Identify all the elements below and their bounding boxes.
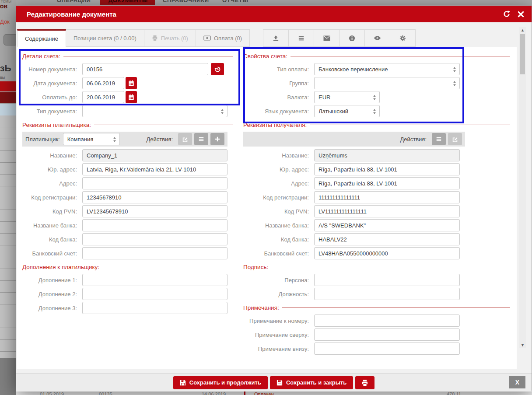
bk-selected-row bbox=[0, 104, 16, 116]
note-bottom-input[interactable] bbox=[314, 343, 460, 355]
payee-legal-address-input[interactable] bbox=[314, 163, 460, 175]
scrollbar-thumb[interactable] bbox=[520, 34, 525, 74]
payee-address-row: Адрес: bbox=[243, 177, 510, 189]
payee-actions-label: Действия: bbox=[400, 136, 427, 143]
section-heading-notes: Примечания: bbox=[243, 304, 510, 311]
field-label: Название: bbox=[243, 152, 314, 159]
icon-tab-strip bbox=[263, 29, 416, 47]
payee-bank-name-input[interactable] bbox=[314, 219, 460, 231]
payer-address-row: Адрес: bbox=[22, 177, 233, 189]
tab-print[interactable]: Печать (0) bbox=[144, 29, 196, 47]
payer-legal-address-input[interactable] bbox=[82, 163, 228, 175]
nav-references[interactable]: СПРАВОЧНИКИ bbox=[163, 0, 209, 3]
vertical-scrollbar[interactable]: ▲ ▼ bbox=[519, 27, 526, 348]
payee-vat-input[interactable] bbox=[314, 205, 460, 217]
bk-fragment: зЬ bbox=[0, 63, 11, 73]
field-label: Оплатить до: bbox=[22, 94, 82, 101]
envelope-icon[interactable] bbox=[314, 30, 339, 46]
payer-name-input[interactable] bbox=[82, 149, 228, 161]
payment-type-select[interactable]: Банковское перечисление bbox=[314, 63, 460, 75]
edit-icon bbox=[452, 136, 458, 142]
note-number-input[interactable] bbox=[314, 315, 460, 327]
payee-name-input[interactable] bbox=[314, 149, 460, 161]
field-label: Дополнение 3: bbox=[22, 305, 82, 311]
payee-reg-code-input[interactable] bbox=[314, 191, 460, 203]
payer-list-button[interactable] bbox=[194, 133, 208, 145]
menu-icon[interactable] bbox=[288, 30, 314, 46]
doc-number-input[interactable] bbox=[82, 63, 208, 75]
doc-type-row: Тип документа: bbox=[22, 105, 233, 117]
print-button[interactable] bbox=[355, 376, 374, 389]
nav-reports[interactable]: ОТЧЕТЫ bbox=[222, 0, 248, 3]
heading-rule bbox=[282, 308, 510, 308]
payer-bank-code-input[interactable] bbox=[82, 233, 228, 245]
note-top-row: Примечание сверху: bbox=[243, 329, 510, 341]
chevron-updown-icon bbox=[373, 95, 376, 100]
nav-operations[interactable]: ОПЕРАЦИИ bbox=[57, 0, 91, 3]
payer-extra2-input[interactable] bbox=[82, 288, 228, 300]
nav-documents[interactable]: ДОКУМЕНТЫ bbox=[108, 0, 148, 3]
footer-close-button[interactable]: X bbox=[509, 376, 525, 388]
currency-select[interactable]: EUR bbox=[314, 91, 380, 103]
doc-number-row: Номер документа: bbox=[22, 63, 233, 75]
section-heading-details: Детали счета: bbox=[22, 53, 233, 59]
payee-edit-button[interactable] bbox=[448, 133, 462, 145]
group-select[interactable] bbox=[314, 77, 460, 89]
pay-until-input[interactable] bbox=[82, 91, 124, 103]
save-icon bbox=[180, 380, 186, 386]
payer-extra1-input[interactable] bbox=[82, 274, 228, 286]
payer-actions-label: Действия: bbox=[146, 136, 173, 143]
signature-person-input[interactable] bbox=[314, 274, 460, 286]
section-heading-payer: Реквизиты платильщика: bbox=[22, 122, 233, 128]
payer-vat-input[interactable] bbox=[82, 205, 228, 217]
doc-type-select[interactable] bbox=[82, 105, 228, 117]
scroll-up-arrow[interactable]: ▲ bbox=[519, 27, 526, 33]
tab-payment[interactable]: Оплата (0) bbox=[196, 29, 250, 47]
refresh-icon[interactable] bbox=[503, 10, 510, 18]
payer-bank-account-input[interactable] bbox=[82, 247, 228, 259]
scroll-down-arrow[interactable]: ▼ bbox=[519, 342, 526, 348]
signature-position-input[interactable] bbox=[314, 288, 460, 300]
info-icon[interactable] bbox=[339, 30, 364, 46]
payee-bank-account-input[interactable] bbox=[314, 247, 460, 259]
pay-until-calendar-button[interactable] bbox=[126, 91, 137, 103]
payee-name-row: Название: bbox=[243, 149, 510, 161]
doc-date-calendar-button[interactable] bbox=[126, 77, 137, 89]
modal-footer: Сохранить и продолжить Сохранить и закры… bbox=[16, 373, 532, 392]
save-close-button[interactable]: Сохранить и закрыть bbox=[270, 376, 353, 389]
list-icon bbox=[198, 136, 204, 142]
payee-list-button[interactable] bbox=[432, 133, 446, 145]
tab-content[interactable]: Содержание bbox=[17, 29, 66, 47]
payer-type-select[interactable]: Компания bbox=[63, 133, 120, 145]
payer-reg-code-input[interactable] bbox=[82, 191, 228, 203]
payer-bank-name-input[interactable] bbox=[82, 219, 228, 231]
payee-bank-code-input[interactable] bbox=[314, 233, 460, 245]
bk-cell: 00135 bbox=[99, 392, 112, 395]
upload-icon[interactable] bbox=[263, 30, 288, 46]
calendar-icon bbox=[128, 80, 134, 86]
note-top-input[interactable] bbox=[314, 329, 460, 341]
payee-address-input[interactable] bbox=[314, 177, 460, 189]
eye-icon[interactable] bbox=[364, 30, 390, 46]
tab-invoice-positions[interactable]: Позиции счета (0 / 0.00) bbox=[66, 29, 144, 47]
screen: ОПЕРАЦИИ ДОКУМЕНТЫ СПРАВОЧНИКИ ОТЧЕТЫ те… bbox=[0, 0, 532, 395]
payer-legal-address-row: Юр. адрес: bbox=[22, 163, 233, 175]
field-label: Название банка: bbox=[22, 222, 82, 229]
payer-add-button[interactable] bbox=[210, 133, 224, 145]
modal-tabs: Содержание Позиции счета (0 / 0.00) Печа… bbox=[17, 29, 416, 47]
save-continue-button[interactable]: Сохранить и продолжить bbox=[173, 376, 268, 389]
payer-extra3-input[interactable] bbox=[82, 302, 228, 314]
doc-date-input[interactable] bbox=[82, 77, 124, 89]
bk-cell: Оплачен bbox=[254, 392, 274, 395]
payer-address-input[interactable] bbox=[82, 177, 228, 189]
gear-icon[interactable] bbox=[390, 30, 415, 46]
language-select[interactable]: Латышский bbox=[314, 105, 380, 117]
close-icon[interactable] bbox=[517, 10, 525, 18]
number-history-button[interactable] bbox=[211, 63, 224, 75]
signature-person-row: Персона: bbox=[243, 274, 510, 286]
field-label: Код PVN: bbox=[243, 208, 314, 215]
payer-name-row: Название: bbox=[22, 149, 233, 161]
currency-row: Валюта: EUR bbox=[243, 91, 510, 103]
payer-edit-button[interactable] bbox=[178, 133, 192, 145]
field-label: Код PVN: bbox=[22, 208, 82, 215]
